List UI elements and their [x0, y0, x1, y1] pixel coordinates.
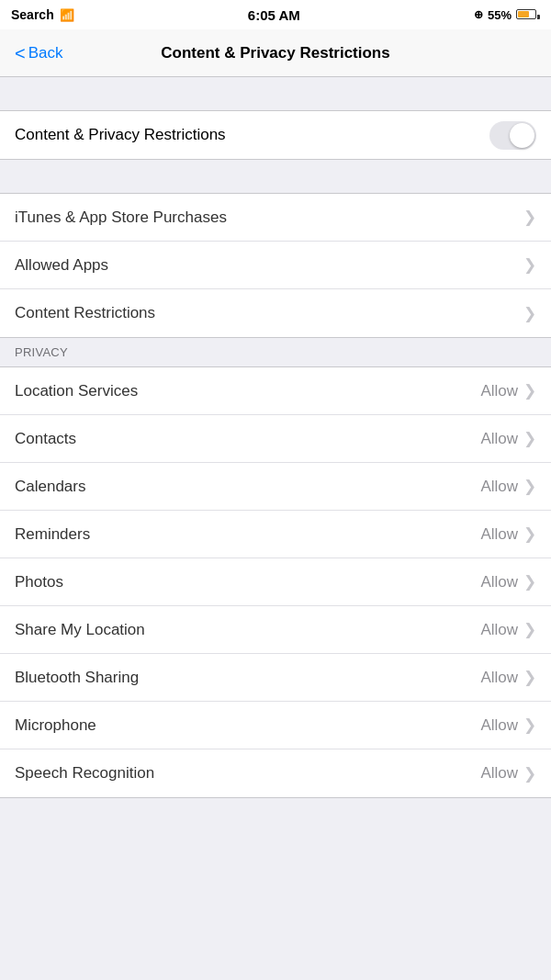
- content-privacy-toggle[interactable]: [489, 121, 536, 150]
- itunes-row[interactable]: iTunes & App Store Purchases ❯: [0, 194, 551, 242]
- back-label: Back: [28, 44, 63, 62]
- speech-recognition-row[interactable]: Speech Recognition Allow ❯: [0, 749, 551, 797]
- share-my-location-row[interactable]: Share My Location Allow ❯: [0, 606, 551, 654]
- location-services-chevron-icon: ❯: [523, 381, 536, 400]
- share-my-location-chevron-icon: ❯: [523, 620, 536, 639]
- allowed-apps-chevron-icon: ❯: [523, 255, 536, 275]
- speech-recognition-chevron-icon: ❯: [523, 764, 536, 783]
- battery-percent: 55%: [488, 8, 512, 22]
- speech-recognition-label: Speech Recognition: [15, 764, 480, 783]
- photos-label: Photos: [15, 573, 480, 591]
- content-restrictions-row[interactable]: Content Restrictions ❯: [0, 289, 551, 337]
- reminders-chevron-icon: ❯: [523, 524, 536, 544]
- itunes-label: iTunes & App Store Purchases: [15, 208, 523, 227]
- toggle-knob: [510, 123, 534, 148]
- mid-gap: [0, 160, 551, 193]
- status-left: Search 📶: [11, 7, 74, 22]
- microphone-row[interactable]: Microphone Allow ❯: [0, 702, 551, 749]
- carrier-label: Search: [11, 7, 54, 22]
- microphone-label: Microphone: [15, 716, 480, 735]
- status-time: 6:05 AM: [248, 7, 300, 23]
- status-right: ⊕ 55%: [474, 8, 540, 22]
- contacts-label: Contacts: [15, 430, 480, 448]
- photos-value: Allow: [480, 573, 518, 591]
- top-gap: [0, 77, 551, 110]
- toggle-section: Content & Privacy Restrictions: [0, 110, 551, 160]
- calendars-chevron-icon: ❯: [523, 477, 536, 496]
- microphone-chevron-icon: ❯: [523, 715, 536, 735]
- photos-row[interactable]: Photos Allow ❯: [0, 558, 551, 606]
- speech-recognition-value: Allow: [480, 764, 518, 783]
- chevron-left-icon: <: [15, 44, 26, 62]
- location-services-value: Allow: [480, 382, 518, 400]
- content-restrictions-chevron-icon: ❯: [523, 304, 536, 323]
- contacts-row[interactable]: Contacts Allow ❯: [0, 415, 551, 463]
- content-privacy-toggle-row: Content & Privacy Restrictions: [0, 111, 551, 159]
- reminders-label: Reminders: [15, 525, 480, 544]
- privacy-section: Location Services Allow ❯ Contacts Allow…: [0, 366, 551, 798]
- reminders-row[interactable]: Reminders Allow ❯: [0, 511, 551, 558]
- bluetooth-sharing-value: Allow: [480, 669, 518, 687]
- bluetooth-sharing-label: Bluetooth Sharing: [15, 669, 480, 687]
- bluetooth-sharing-chevron-icon: ❯: [523, 668, 536, 687]
- page-title: Content & Privacy Restrictions: [161, 44, 389, 62]
- contacts-chevron-icon: ❯: [523, 429, 536, 448]
- reminders-value: Allow: [480, 525, 518, 544]
- rotation-lock-icon: ⊕: [474, 8, 483, 21]
- wifi-icon: 📶: [60, 8, 74, 22]
- calendars-row[interactable]: Calendars Allow ❯: [0, 463, 551, 511]
- photos-chevron-icon: ❯: [523, 572, 536, 591]
- microphone-value: Allow: [480, 716, 518, 735]
- location-services-row[interactable]: Location Services Allow ❯: [0, 367, 551, 415]
- itunes-chevron-icon: ❯: [523, 208, 536, 227]
- main-settings-section: iTunes & App Store Purchases ❯ Allowed A…: [0, 193, 551, 338]
- share-my-location-value: Allow: [480, 621, 518, 639]
- allowed-apps-label: Allowed Apps: [15, 256, 523, 275]
- allowed-apps-row[interactable]: Allowed Apps ❯: [0, 242, 551, 289]
- privacy-section-header: PRIVACY: [0, 338, 551, 366]
- location-services-label: Location Services: [15, 382, 480, 400]
- content-restrictions-label: Content Restrictions: [15, 304, 523, 322]
- nav-bar: < Back Content & Privacy Restrictions: [0, 29, 551, 77]
- share-my-location-label: Share My Location: [15, 621, 480, 639]
- battery-icon: [516, 8, 540, 22]
- bluetooth-sharing-row[interactable]: Bluetooth Sharing Allow ❯: [0, 654, 551, 702]
- status-bar: Search 📶 6:05 AM ⊕ 55%: [0, 0, 551, 29]
- privacy-header-label: PRIVACY: [15, 345, 68, 359]
- content-privacy-label: Content & Privacy Restrictions: [15, 126, 489, 144]
- calendars-value: Allow: [480, 478, 518, 496]
- back-button[interactable]: < Back: [15, 44, 62, 62]
- contacts-value: Allow: [480, 430, 518, 448]
- calendars-label: Calendars: [15, 478, 480, 496]
